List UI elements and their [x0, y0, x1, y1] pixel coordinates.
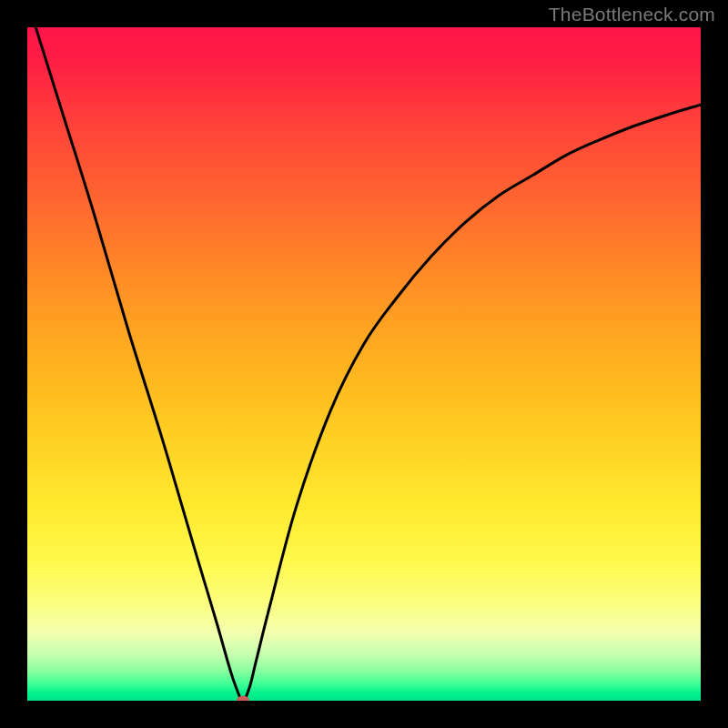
minimum-marker	[237, 696, 249, 702]
plot-area	[27, 27, 701, 701]
chart-frame: TheBottleneck.com	[0, 0, 728, 728]
bottleneck-curve-path	[27, 27, 701, 701]
watermark-text: TheBottleneck.com	[549, 4, 715, 25]
curve-svg	[27, 27, 701, 701]
